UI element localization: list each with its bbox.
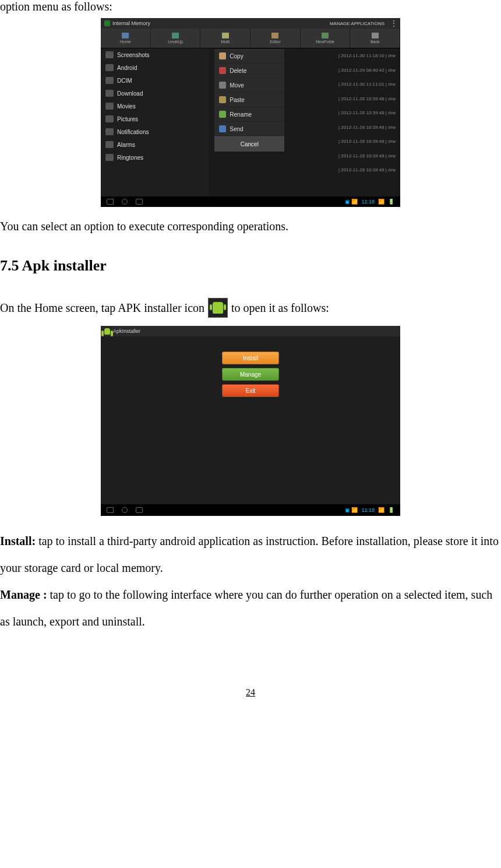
file-meta: | 2012-11-28 10:39:48 | drw <box>290 106 400 121</box>
folder-icon <box>105 51 114 58</box>
wifi-icon: 📶 <box>378 199 384 205</box>
list-item[interactable]: Download <box>101 87 209 100</box>
tool-home[interactable]: Home <box>101 29 151 48</box>
section-heading: 7.5 Apk installer <box>0 257 501 275</box>
tool-levelup[interactable]: LevelUp <box>151 29 201 48</box>
metadata-column: | 2012-11-30 11:18:10 | drw | 2012-11-29… <box>290 49 400 178</box>
status-icons: ▣ 📶 <box>345 199 358 205</box>
file-meta: | 2012-11-30 11:18:10 | drw <box>290 49 400 64</box>
apk-text-before: On the Home screen, tap APK installer ic… <box>0 301 204 315</box>
manage-label: Manage : <box>0 588 47 601</box>
file-meta: | 2012-11-28 10:39:48 | drw <box>290 121 400 135</box>
back-icon <box>372 33 379 38</box>
tool-back[interactable]: Back <box>350 29 400 48</box>
folder-icon <box>105 90 114 97</box>
overflow-icon[interactable]: ⋮ <box>390 19 397 27</box>
menu-rename[interactable]: Rename <box>214 107 284 122</box>
nav-home-icon[interactable] <box>122 199 128 205</box>
file-meta: | 2012-11-28 10:39:48 | drw <box>290 135 400 149</box>
battery-icon: 🔋 <box>388 507 394 513</box>
tool-editor[interactable]: Editor <box>250 29 301 48</box>
after-ss1-text: You can select an option to execute corr… <box>0 219 501 234</box>
body-text: Install: tap to install a third-party an… <box>0 528 501 635</box>
move-icon <box>219 82 226 89</box>
system-navbar: ▣ 📶 11:18 📶 🔋 <box>101 196 400 207</box>
file-meta: | 2012-11-28 10:39:48 | drw <box>290 92 400 107</box>
apk-text-after: to open it as follows: <box>231 301 329 315</box>
file-meta: | 2012-11-28 10:39:48 | drw <box>290 163 400 178</box>
list-item[interactable]: Movies <box>101 100 209 113</box>
nav-home-icon[interactable] <box>122 507 128 513</box>
nav-recent-icon[interactable] <box>136 199 143 205</box>
tool-multi[interactable]: Multi <box>200 29 250 48</box>
folder-icon <box>105 154 114 161</box>
apk-installer-screenshot: ApkInstaller Install Manage Exit ▣ 📶 11:… <box>101 326 400 516</box>
menu-cancel[interactable]: Cancel <box>214 136 284 152</box>
folder-icon <box>105 141 114 148</box>
folder-icon <box>105 115 114 122</box>
nav-back-icon[interactable] <box>107 507 114 513</box>
storage-icon <box>104 20 110 26</box>
status-icons: ▣ 📶 <box>345 507 358 513</box>
folder-list: Screenshots Android DCIM Download Movies… <box>101 48 209 199</box>
list-item[interactable]: Ringtones <box>101 151 209 164</box>
context-menu: Copy Delete Move Paste Rename Send Cance… <box>214 49 284 152</box>
wifi-icon: 📶 <box>378 507 384 513</box>
titlebar: Internal Memory MANAGE APPLICATIONS ⋮ <box>101 18 400 29</box>
home-icon <box>122 33 129 38</box>
editor-icon <box>271 33 278 38</box>
list-item[interactable]: Android <box>101 61 209 74</box>
intro-text: option menu as follows: <box>0 0 501 13</box>
menu-send[interactable]: Send <box>214 122 284 136</box>
app-icon <box>104 328 110 335</box>
clock: 11:18 <box>361 507 375 513</box>
manage-apps-button[interactable]: MANAGE APPLICATIONS <box>330 21 384 26</box>
list-item[interactable]: Pictures <box>101 113 209 125</box>
send-icon <box>219 125 226 132</box>
list-item[interactable]: Notifications <box>101 125 209 138</box>
window-title: Internal Memory <box>112 20 150 26</box>
menu-paste[interactable]: Paste <box>214 93 284 107</box>
file-meta: | 2012-11-30 11:11:01 | drw <box>290 78 400 92</box>
file-meta: | 2012-11-29 08:40:42 | drw <box>290 64 400 78</box>
list-item[interactable]: Screenshots <box>101 48 209 61</box>
levelup-icon <box>172 33 179 38</box>
toolbar: Home LevelUp Multi Editor NewFolde Back <box>101 29 400 48</box>
multi-icon <box>222 33 229 38</box>
newfolder-icon <box>322 33 329 38</box>
manage-button[interactable]: Manage <box>222 368 279 381</box>
manage-desc: tap to go to the following interface whe… <box>0 588 492 628</box>
exit-button[interactable]: Exit <box>222 384 279 397</box>
menu-delete[interactable]: Delete <box>214 64 284 78</box>
nav-recent-icon[interactable] <box>136 507 143 513</box>
list-item[interactable]: DCIM <box>101 74 209 87</box>
system-navbar: ▣ 📶 11:18 📶 🔋 <box>101 504 400 516</box>
menu-copy[interactable]: Copy <box>214 49 284 64</box>
menu-move[interactable]: Move <box>214 78 284 93</box>
folder-icon <box>105 103 114 110</box>
clock: 11:18 <box>361 199 375 205</box>
folder-icon <box>105 64 114 71</box>
paste-icon <box>219 96 226 103</box>
delete-icon <box>219 67 226 74</box>
copy-icon <box>219 52 226 59</box>
nav-back-icon[interactable] <box>107 199 114 205</box>
folder-icon <box>105 77 114 84</box>
folder-icon <box>105 128 114 135</box>
battery-icon: 🔋 <box>388 199 394 205</box>
tool-newfolder[interactable]: NewFolde <box>301 29 351 48</box>
file-meta: | 2012-11-28 10:39:48 | drw <box>290 149 400 164</box>
page-number: 24 <box>0 687 501 698</box>
install-button[interactable]: Install <box>222 352 279 364</box>
titlebar: ApkInstaller <box>101 326 400 336</box>
rename-icon <box>219 111 226 118</box>
list-item[interactable]: Alarms <box>101 138 209 151</box>
window-title: ApkInstaller <box>113 328 140 334</box>
install-desc: tap to install a third-party android app… <box>0 535 499 574</box>
apk-installer-icon <box>208 298 228 318</box>
file-manager-screenshot: Internal Memory MANAGE APPLICATIONS ⋮ Ho… <box>101 18 400 207</box>
install-label: Install: <box>0 535 36 547</box>
